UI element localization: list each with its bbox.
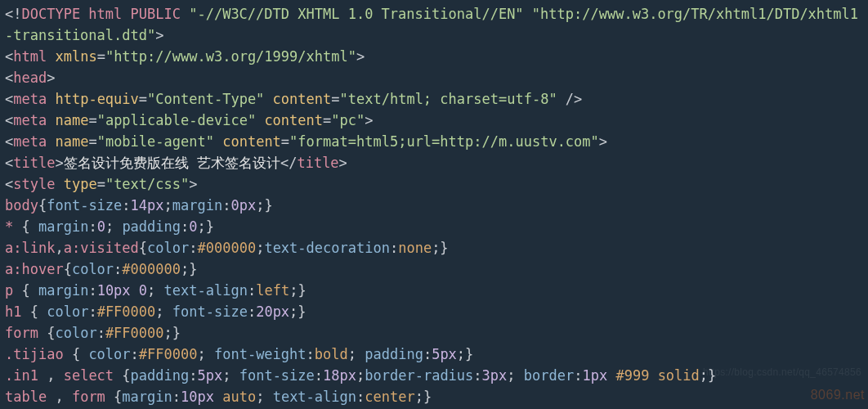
code-token: : bbox=[222, 197, 230, 213]
code-token: ;} bbox=[415, 389, 432, 405]
code-token bbox=[131, 282, 139, 299]
code-line: <style type="text/css"> bbox=[5, 176, 198, 192]
code-token: a:hover bbox=[5, 261, 64, 277]
code-token: title bbox=[297, 155, 338, 171]
code-token: .tijiao bbox=[5, 346, 64, 362]
code-token: , bbox=[55, 240, 63, 256]
code-token: ;} bbox=[181, 261, 197, 277]
code-token: "text/css" bbox=[105, 176, 189, 192]
code-token: ;} bbox=[198, 218, 214, 235]
code-token: color bbox=[55, 325, 96, 341]
code-line: * { margin:0; padding:0;} bbox=[5, 218, 214, 235]
code-token bbox=[47, 112, 55, 128]
code-token: ; bbox=[507, 367, 523, 384]
code-token: < bbox=[5, 133, 13, 150]
code-token: { bbox=[64, 261, 72, 277]
code-token: "mobile-agent" bbox=[97, 133, 214, 150]
code-line: <!DOCTYPE html PUBLIC "-//W3C//DTD XHTML… bbox=[5, 6, 858, 43]
code-token: : bbox=[172, 389, 181, 405]
code-token: = bbox=[281, 133, 289, 150]
code-token: p bbox=[5, 282, 13, 299]
code-token bbox=[524, 6, 532, 22]
code-token: ;} bbox=[432, 240, 448, 256]
code-token: = bbox=[97, 48, 105, 65]
code-token bbox=[47, 91, 55, 107]
code-line: <html xmlns="http://www.w3.org/1999/xhtm… bbox=[5, 48, 365, 65]
code-line: p { margin:10px 0; text-align:left;} bbox=[5, 282, 306, 299]
code-token: form bbox=[5, 325, 38, 341]
code-line: .tijiao { color:#FF0000; font-weight:bol… bbox=[5, 346, 473, 362]
code-line: <meta name="mobile-agent" content="forma… bbox=[5, 133, 607, 150]
code-token: type bbox=[64, 176, 97, 192]
code-token: : bbox=[181, 218, 189, 235]
code-token: 0px bbox=[230, 197, 256, 213]
code-token: </ bbox=[280, 155, 297, 171]
code-token: style bbox=[13, 176, 55, 192]
code-token: < bbox=[5, 155, 13, 171]
code-token: form bbox=[72, 389, 105, 405]
code-token: : bbox=[131, 346, 139, 362]
code-token: ; bbox=[348, 346, 365, 362]
code-token: , bbox=[47, 389, 72, 405]
code-token: : bbox=[390, 240, 398, 256]
code-token: { bbox=[38, 325, 55, 341]
code-token: "-//W3C//DTD XHTML 1.0 Transitional//EN" bbox=[189, 6, 523, 22]
code-line: <meta name="applicable-device" content="… bbox=[5, 112, 373, 128]
code-token: #000000 bbox=[122, 261, 181, 277]
code-line: <meta http-equiv="Content-Type" content=… bbox=[5, 91, 582, 107]
code-token: 18px bbox=[323, 367, 356, 384]
code-token: { bbox=[13, 218, 38, 235]
code-token: content bbox=[273, 91, 332, 107]
code-token: a:link bbox=[5, 240, 55, 256]
code-token: margin bbox=[172, 197, 222, 213]
code-line: a:link,a:visited{color:#000000;text-deco… bbox=[5, 240, 449, 256]
code-token: > bbox=[356, 48, 365, 65]
code-token: http-equiv bbox=[55, 91, 138, 107]
code-token: color bbox=[88, 346, 130, 362]
code-token: color bbox=[147, 240, 189, 256]
code-token: "text/html; charset=utf-8" bbox=[340, 91, 557, 107]
code-token: border bbox=[524, 367, 574, 384]
code-token: #999 bbox=[615, 367, 649, 384]
code-token: content bbox=[222, 133, 281, 150]
code-token: > bbox=[339, 155, 347, 171]
code-token bbox=[214, 133, 222, 150]
code-token: 0 bbox=[189, 218, 197, 235]
code-token: > bbox=[599, 133, 607, 150]
code-token: ; bbox=[155, 303, 172, 320]
code-token: 5px bbox=[432, 346, 457, 362]
code-token: solid bbox=[658, 367, 700, 384]
code-token: < bbox=[5, 48, 13, 65]
code-token bbox=[181, 6, 189, 22]
code-token bbox=[55, 176, 63, 192]
code-token: ;} bbox=[457, 346, 473, 362]
code-token: { bbox=[105, 389, 122, 405]
code-line: h1 { color:#FF0000; font-size:20px;} bbox=[5, 303, 306, 320]
code-token: #000000 bbox=[197, 240, 256, 256]
code-token: meta bbox=[13, 133, 47, 150]
code-token: : bbox=[114, 261, 122, 277]
code-token: : bbox=[189, 367, 197, 384]
code-token: table bbox=[5, 389, 47, 405]
code-token: 20px bbox=[256, 303, 289, 320]
code-token: none bbox=[398, 240, 432, 256]
code-token bbox=[607, 367, 615, 384]
code-token bbox=[256, 112, 264, 128]
code-token: 1px bbox=[582, 367, 607, 384]
code-line: body{font-size:14px;margin:0px;} bbox=[5, 197, 273, 213]
code-token: "Content-Type" bbox=[147, 91, 264, 107]
code-token: 5px bbox=[197, 367, 222, 384]
code-token: ; bbox=[147, 282, 163, 299]
code-token: auto bbox=[222, 389, 256, 405]
code-token: "pc" bbox=[331, 112, 365, 128]
code-token: { bbox=[38, 197, 47, 213]
code-token: margin bbox=[38, 218, 88, 235]
code-token bbox=[47, 133, 55, 150]
code-token: html bbox=[13, 48, 47, 65]
code-token: title bbox=[13, 155, 55, 171]
code-token: h1 bbox=[5, 303, 21, 320]
code-token bbox=[47, 48, 55, 65]
code-token: > bbox=[47, 70, 55, 86]
code-token: ; bbox=[197, 346, 213, 362]
code-token: : bbox=[315, 367, 323, 384]
